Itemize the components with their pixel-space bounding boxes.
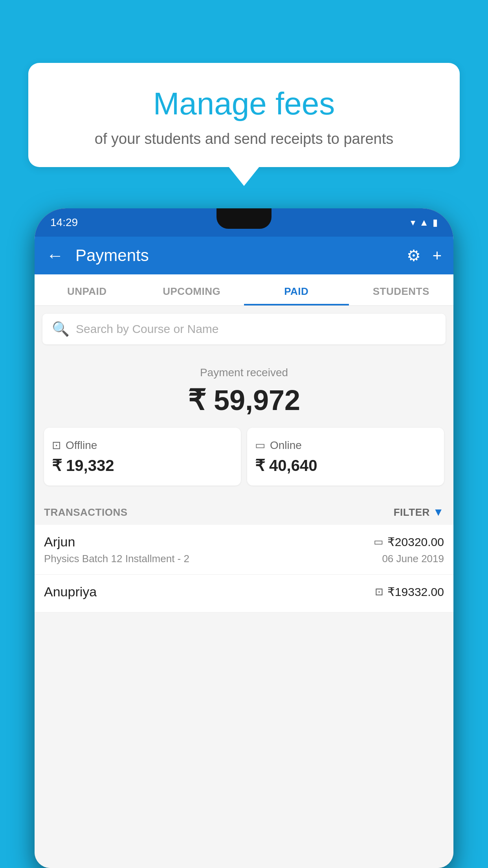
content-area: 🔍 Search by Course or Name Payment recei… [35, 306, 453, 868]
speech-bubble: Manage fees of your students and send re… [28, 63, 460, 167]
tab-unpaid[interactable]: UNPAID [35, 274, 139, 305]
tabs-bar: UNPAID UPCOMING PAID STUDENTS [35, 274, 453, 306]
wifi-icon: ▾ [411, 217, 415, 228]
status-bar: 14:29 ▾ ▲ ▮ [35, 208, 453, 237]
app-bar: ← Payments ⚙ + [35, 237, 453, 274]
signal-icon: ▲ [419, 217, 429, 228]
cash-icon: ⊡ [375, 586, 383, 598]
bubble-subtitle: of your students and send receipts to pa… [48, 131, 440, 147]
transaction-bottom: Physics Batch 12 Installment - 2 06 June… [44, 553, 444, 565]
payment-received-label: Payment received [44, 366, 444, 379]
offline-amount: ₹ 19,332 [52, 456, 233, 474]
transactions-header: TRANSACTIONS FILTER ▼ [35, 495, 453, 525]
offline-card: ⊡ Offline ₹ 19,332 [44, 428, 241, 485]
online-label: Online [270, 439, 302, 452]
offline-icon: ⊡ [52, 439, 61, 452]
phone-screen: 14:29 ▾ ▲ ▮ ← Payments ⚙ + UNPAID UPCOMI… [35, 208, 453, 868]
app-bar-actions: ⚙ + [407, 246, 442, 265]
transaction-top: Anupriya ⊡ ₹19332.00 [44, 584, 444, 600]
transaction-amount-wrap: ⊡ ₹19332.00 [375, 585, 444, 599]
notch [216, 208, 272, 229]
payment-cards: ⊡ Offline ₹ 19,332 ▭ Online ₹ 40,640 [44, 428, 444, 485]
phone-frame: 14:29 ▾ ▲ ▮ ← Payments ⚙ + UNPAID UPCOMI… [35, 208, 453, 868]
settings-icon[interactable]: ⚙ [407, 246, 421, 265]
search-bar[interactable]: 🔍 Search by Course or Name [42, 314, 446, 344]
app-bar-title: Payments [75, 246, 399, 265]
transaction-top: Arjun ▭ ₹20320.00 [44, 534, 444, 550]
offline-card-header: ⊡ Offline [52, 439, 233, 452]
table-row[interactable]: Anupriya ⊡ ₹19332.00 [35, 575, 453, 612]
search-icon: 🔍 [52, 321, 70, 337]
online-amount: ₹ 40,640 [255, 456, 436, 474]
transaction-name: Arjun [44, 534, 75, 550]
add-icon[interactable]: + [433, 247, 442, 265]
online-card: ▭ Online ₹ 40,640 [247, 428, 444, 485]
filter-icon: ▼ [433, 506, 444, 519]
online-icon: ▭ [255, 439, 265, 452]
tab-upcoming[interactable]: UPCOMING [139, 274, 244, 305]
tab-paid[interactable]: PAID [244, 274, 349, 305]
tab-students[interactable]: STUDENTS [349, 274, 454, 305]
search-placeholder: Search by Course or Name [76, 322, 219, 336]
transaction-amount-wrap: ▭ ₹20320.00 [374, 535, 444, 549]
transaction-course: Physics Batch 12 Installment - 2 [44, 553, 189, 565]
transaction-amount: ₹19332.00 [387, 585, 444, 599]
transaction-date: 06 June 2019 [382, 553, 444, 565]
filter-label: FILTER [394, 506, 430, 519]
battery-icon: ▮ [433, 217, 438, 228]
transactions-label: TRANSACTIONS [44, 506, 128, 519]
filter-button[interactable]: FILTER ▼ [394, 506, 444, 519]
online-card-header: ▭ Online [255, 439, 436, 452]
payment-summary: Payment received ₹ 59,972 ⊡ Offline ₹ 19… [35, 352, 453, 495]
table-row[interactable]: Arjun ▭ ₹20320.00 Physics Batch 12 Insta… [35, 525, 453, 575]
transaction-amount: ₹20320.00 [387, 535, 444, 549]
payment-total-amount: ₹ 59,972 [44, 384, 444, 417]
transaction-name: Anupriya [44, 584, 97, 600]
bubble-title: Manage fees [48, 86, 440, 121]
status-icons: ▾ ▲ ▮ [411, 217, 438, 228]
status-time: 14:29 [50, 216, 78, 229]
offline-label: Offline [66, 439, 97, 452]
screen-body: 🔍 Search by Course or Name Payment recei… [35, 306, 453, 868]
credit-card-icon: ▭ [374, 536, 383, 548]
back-button[interactable]: ← [46, 247, 64, 264]
